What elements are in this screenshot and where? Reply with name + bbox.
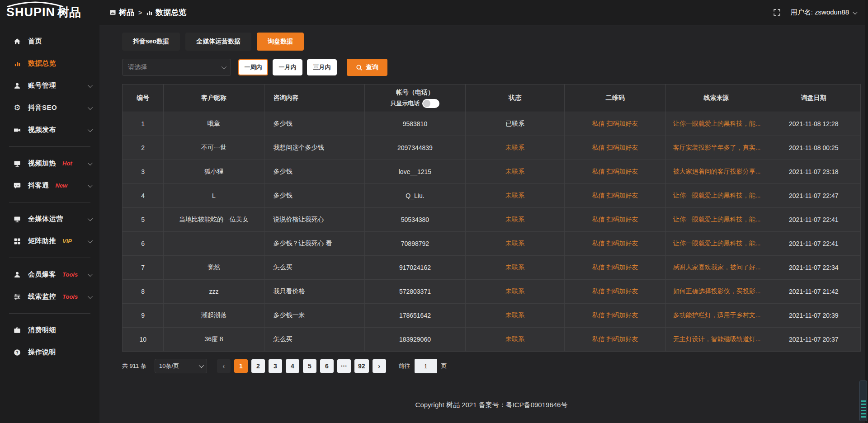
prev-page-button[interactable]: ‹ xyxy=(217,359,231,373)
qr-add-friend-link[interactable]: 私信 扫码加好友 xyxy=(592,120,638,127)
cell-nickname: 哦章 xyxy=(164,112,264,136)
chart-icon xyxy=(146,9,153,16)
sidebar-item-video-publish[interactable]: 视频发布 xyxy=(0,119,99,141)
widget-stripes xyxy=(861,400,866,419)
sidebar-item-douketong[interactable]: 抖客通New xyxy=(0,174,99,197)
page-number-button[interactable]: 5 xyxy=(303,359,316,373)
sidebar-item-video-heat[interactable]: 视频加热Hot xyxy=(0,152,99,174)
floating-widget[interactable] xyxy=(859,381,867,421)
qr-add-friend-link[interactable]: 私信 扫码加好友 xyxy=(592,192,638,199)
lead-source-link[interactable]: 多功能护栏灯，适用于乡村文... xyxy=(673,311,761,319)
lead-source-link[interactable]: 让你一眼就爱上的黑科技，能... xyxy=(673,240,761,247)
sidebar-item-lead-monitor[interactable]: 线索监控Tools xyxy=(0,286,99,308)
next-page-button[interactable]: › xyxy=(373,359,386,373)
app-root: SHUPIN树品 首页数据总览账号管理⚙抖音SEO视频发布视频加热Hot抖客通N… xyxy=(0,0,868,423)
badge-new: New xyxy=(56,182,68,189)
cell-source: 让你一眼就爱上的黑科技，能... xyxy=(665,208,767,232)
lead-source-link[interactable]: 让你一眼就爱上的黑科技，能... xyxy=(673,216,761,223)
badge-vip: VIP xyxy=(62,238,72,244)
page-number-button[interactable]: 1 xyxy=(234,359,248,373)
lead-source-link[interactable]: 客厅安装投影半年多了，真实... xyxy=(673,144,761,151)
page-number-button[interactable]: 6 xyxy=(320,359,334,373)
lead-source-link[interactable]: 让你一眼就爱上的黑科技，能... xyxy=(673,120,761,127)
filter-select[interactable]: 请选择 xyxy=(122,59,231,76)
period-button[interactable]: 三月内 xyxy=(307,59,337,75)
scrollbar-track[interactable] xyxy=(865,0,868,423)
tab-全媒体运营数据[interactable]: 全媒体运营数据 xyxy=(185,33,251,51)
content: 抖音seo数据全媒体运营数据询盘数据 请选择 一周内一月内三月内 查询 xyxy=(99,25,868,423)
copyright-text: Copyright 树品 2021 备案号：粤ICP备09019646号 xyxy=(415,401,568,409)
qr-add-friend-link[interactable]: 私信 扫码加好友 xyxy=(592,263,638,271)
sidebar-item-member-burst[interactable]: 会员爆客Tools xyxy=(0,263,99,286)
qr-add-friend-link[interactable]: 私信 扫码加好友 xyxy=(592,240,638,247)
cell-qrcode: 私信 扫码加好友 xyxy=(565,328,666,352)
phone-only-toggle[interactable] xyxy=(422,99,439,108)
cell-status: 未联系 xyxy=(466,232,565,256)
qr-add-friend-link[interactable]: 私信 扫码加好友 xyxy=(592,311,638,319)
sidebar-item-account-manage[interactable]: 账号管理 xyxy=(0,75,99,97)
period-button[interactable]: 一月内 xyxy=(273,59,302,75)
page-number-button[interactable]: 3 xyxy=(269,359,282,373)
username-menu[interactable]: 用户名: zswodun88 xyxy=(791,8,856,17)
chevron-down-icon xyxy=(88,216,93,221)
sidebar-item-label: 矩阵助推 xyxy=(28,237,56,245)
sidebar-item-operation-guide[interactable]: ?操作说明 xyxy=(0,341,99,363)
sidebar-item-expense-detail[interactable]: 消费明细 xyxy=(0,319,99,341)
lead-source-link[interactable]: 如何正确选择投影仪，买投影... xyxy=(673,287,761,295)
sidebar-item-label: 视频加热 xyxy=(28,159,56,168)
sidebar-divider xyxy=(9,202,90,202)
lead-source-link[interactable]: 被大家追着问的客厅投影分享... xyxy=(673,168,761,175)
sidebar-item-douyin-seo[interactable]: ⚙抖音SEO xyxy=(0,97,99,119)
sidebar-item-home[interactable]: 首页 xyxy=(0,30,99,52)
cell-account: love__1215 xyxy=(364,160,466,184)
tab-抖音seo数据[interactable]: 抖音seo数据 xyxy=(122,33,180,51)
lead-source-link[interactable]: 让你一眼就爱上的黑科技，能... xyxy=(673,192,761,199)
breadcrumb-item[interactable]: 数据总览 xyxy=(146,7,186,18)
cell-num: 2 xyxy=(123,136,164,160)
filter-select-placeholder: 请选择 xyxy=(128,63,147,71)
status-badge: 未联系 xyxy=(505,240,524,247)
cell-status: 未联系 xyxy=(466,160,565,184)
brand-logo[interactable]: SHUPIN树品 xyxy=(0,0,99,25)
sidebar-item-matrix-boost[interactable]: 矩阵助推VIP xyxy=(0,230,99,252)
toggle-knob xyxy=(423,100,430,107)
tab-询盘数据[interactable]: 询盘数据 xyxy=(257,33,304,51)
page-ellipsis-button[interactable]: ··· xyxy=(337,359,351,373)
page-number-button[interactable]: 2 xyxy=(251,359,265,373)
cell-account: 2097344839 xyxy=(364,136,466,160)
status-badge: 未联系 xyxy=(505,144,524,151)
album-icon xyxy=(109,9,116,16)
table-row: 2不可一世我想问这个多少钱2097344839未联系私信 扫码加好友客厅安装投影… xyxy=(123,136,861,160)
lead-source-link[interactable]: 感谢大家喜欢我家，被问了好... xyxy=(673,263,761,271)
chevron-down-icon xyxy=(222,64,226,69)
qr-add-friend-link[interactable]: 私信 扫码加好友 xyxy=(592,144,638,151)
chevron-down-icon xyxy=(853,9,858,14)
page-size-select[interactable]: 10条/页 xyxy=(155,359,207,373)
search-button[interactable]: 查询 xyxy=(347,59,387,76)
page-number-button[interactable]: 92 xyxy=(354,359,369,373)
cell-content: 多少钱 xyxy=(264,184,364,208)
table-row: 1036度 8怎么买183929060未联系私信 扫码加好友无主灯设计，智能磁吸… xyxy=(123,328,861,352)
lead-source-link[interactable]: 无主灯设计，智能磁吸轨道灯... xyxy=(673,335,761,343)
goto-page-input[interactable] xyxy=(415,359,437,373)
cell-num: 3 xyxy=(123,160,164,184)
fullscreen-icon[interactable] xyxy=(773,9,781,16)
qr-add-friend-link[interactable]: 私信 扫码加好友 xyxy=(592,287,638,295)
status-badge: 已联系 xyxy=(505,120,524,127)
period-button[interactable]: 一周内 xyxy=(238,59,268,75)
page-number-button[interactable]: 4 xyxy=(286,359,299,373)
status-badge: 未联系 xyxy=(505,168,524,175)
gear-icon: ⚙ xyxy=(13,104,22,112)
cell-account: 183929060 xyxy=(364,328,466,352)
cell-date: 2021-11-07 20:37 xyxy=(767,328,860,352)
period-buttons: 一周内一月内三月内 xyxy=(238,59,337,75)
breadcrumb-item[interactable]: 树品 xyxy=(109,7,134,18)
qr-add-friend-link[interactable]: 私信 扫码加好友 xyxy=(592,335,638,343)
sidebar-item-data-overview[interactable]: 数据总览 xyxy=(0,52,99,75)
qr-add-friend-link[interactable]: 私信 扫码加好友 xyxy=(592,168,638,175)
qr-add-friend-link[interactable]: 私信 扫码加好友 xyxy=(592,216,638,223)
sidebar-item-label: 首页 xyxy=(28,37,42,46)
sidebar-item-media-operation[interactable]: 全媒体运营 xyxy=(0,208,99,230)
svg-text:?: ? xyxy=(16,350,19,355)
cell-status: 已联系 xyxy=(466,112,565,136)
